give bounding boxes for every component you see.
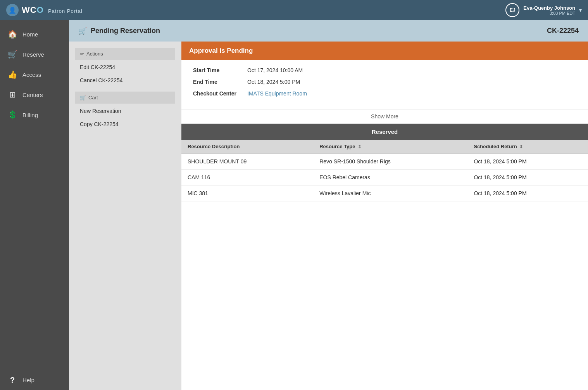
reservation-id: CK-22254: [547, 27, 579, 35]
col-header-resource-description: Resource Description: [181, 140, 313, 154]
start-time-value: Oct 17, 2024 10:00 AM: [247, 67, 303, 73]
page-header: 🛒 Pending Reservation CK-22254: [69, 20, 588, 42]
col-header-scheduled-return[interactable]: Scheduled Return ⇕: [467, 140, 588, 154]
cell-scheduled-return: Oct 18, 2024 5:00 PM: [467, 185, 588, 201]
pencil-icon: ✏: [80, 51, 84, 57]
user-icon: 👤: [6, 4, 19, 16]
cell-resource-description: SHOULDER MOUNT 09: [181, 154, 313, 170]
user-time: 3:03 PM EDT: [523, 11, 575, 16]
sidebar-label-access: Access: [22, 71, 41, 78]
reserved-section: Reserved Resource Description Resource T…: [181, 124, 588, 390]
thumbsup-icon: 👍: [8, 70, 17, 79]
end-time-value: Oct 18, 2024 5:00 PM: [247, 79, 300, 85]
sidebar-label-reserve: Reserve: [22, 51, 44, 58]
sidebar-item-reserve[interactable]: 🛒 Reserve: [0, 44, 69, 64]
cart-header: 🛒 Cart: [75, 92, 175, 104]
cell-resource-type: Wireless Lavalier Mic: [313, 185, 467, 201]
user-info: Eva-Quenby Johnson 3:03 PM EDT: [523, 5, 575, 16]
page-title-area: 🛒 Pending Reservation: [78, 27, 160, 35]
action-panel: ✏ Actions Edit CK-22254 Cancel CK-22254 …: [69, 42, 181, 390]
billing-icon: 💲: [8, 110, 17, 120]
sidebar-label-centers: Centers: [22, 92, 43, 98]
resource-type-label: Resource Type: [319, 144, 355, 149]
cart-section-icon: 🛒: [80, 95, 86, 101]
main-layout: 🏠 Home 🛒 Reserve 👍 Access ⊞ Centers 💲 Bi…: [0, 20, 588, 390]
scheduled-return-label: Scheduled Return: [474, 144, 517, 149]
approval-banner: Approval is Pending: [181, 42, 588, 60]
sidebar-label-billing: Billing: [22, 112, 38, 118]
main-content: Approval is Pending Start Time Oct 17, 2…: [181, 42, 588, 390]
sidebar-item-billing[interactable]: 💲 Billing: [0, 105, 69, 125]
sidebar-label-help: Help: [22, 377, 34, 383]
edit-action[interactable]: Edit CK-22254: [75, 61, 175, 74]
sidebar: 🏠 Home 🛒 Reserve 👍 Access ⊞ Centers 💲 Bi…: [0, 20, 69, 390]
dropdown-arrow-icon[interactable]: ▾: [579, 7, 582, 13]
user-area[interactable]: EJ Eva-Quenby Johnson 3:03 PM EDT ▾: [505, 3, 582, 17]
cart-icon: 🛒: [8, 50, 17, 59]
cart-page-icon: 🛒: [78, 27, 87, 35]
sidebar-item-centers[interactable]: ⊞ Centers: [0, 85, 69, 105]
cell-scheduled-return: Oct 18, 2024 5:00 PM: [467, 170, 588, 185]
cell-resource-type: EOS Rebel Cameras: [313, 170, 467, 185]
cell-scheduled-return: Oct 18, 2024 5:00 PM: [467, 154, 588, 170]
sidebar-item-access[interactable]: 👍 Access: [0, 64, 69, 85]
cell-resource-type: Revo SR-1500 Shoulder Rigs: [313, 154, 467, 170]
topbar: 👤 WCO Patron Portal EJ Eva-Quenby Johnso…: [0, 0, 588, 20]
sidebar-item-home[interactable]: 🏠 Home: [0, 24, 69, 44]
checkout-center-value[interactable]: IMATS Equipment Room: [247, 90, 307, 97]
show-more-button[interactable]: Show More: [181, 109, 588, 124]
col-header-resource-type[interactable]: Resource Type ⇕: [313, 140, 467, 154]
content-area: 🛒 Pending Reservation CK-22254 ✏ Actions…: [69, 20, 588, 390]
sort-icon-scheduled-return: ⇕: [519, 144, 523, 149]
checkout-center-row: Checkout Center IMATS Equipment Room: [193, 90, 576, 97]
resource-description-label: Resource Description: [188, 144, 240, 149]
end-time-row: End Time Oct 18, 2024 5:00 PM: [193, 79, 576, 85]
checkout-center-label: Checkout Center: [193, 90, 247, 97]
home-icon: 🏠: [8, 29, 17, 39]
sidebar-item-help[interactable]: ? Help: [0, 370, 69, 390]
start-time-label: Start Time: [193, 67, 247, 73]
page-title: Pending Reservation: [91, 27, 160, 35]
cell-resource-description: MIC 381: [181, 185, 313, 201]
table-header-row: Resource Description Resource Type ⇕ Sch…: [181, 140, 588, 154]
reservation-details: Start Time Oct 17, 2024 10:00 AM End Tim…: [181, 60, 588, 109]
cell-resource-description: CAM 116: [181, 170, 313, 185]
actions-label: Actions: [86, 51, 103, 57]
avatar: EJ: [505, 3, 519, 17]
logo-area: 👤 WCO Patron Portal: [6, 4, 83, 16]
reserved-header: Reserved: [181, 124, 588, 140]
inner-layout: ✏ Actions Edit CK-22254 Cancel CK-22254 …: [69, 42, 588, 390]
table-row: MIC 381 Wireless Lavalier Mic Oct 18, 20…: [181, 185, 588, 201]
grid-icon: ⊞: [8, 90, 17, 99]
portal-label: Patron Portal: [48, 8, 83, 14]
reserved-table-body: SHOULDER MOUNT 09 Revo SR-1500 Shoulder …: [181, 154, 588, 201]
sidebar-label-home: Home: [22, 31, 38, 38]
help-icon: ?: [8, 376, 17, 385]
reserved-table: Resource Description Resource Type ⇕ Sch…: [181, 140, 588, 201]
copy-action[interactable]: Copy CK-22254: [75, 118, 175, 131]
table-row: CAM 116 EOS Rebel Cameras Oct 18, 2024 5…: [181, 170, 588, 185]
table-row: SHOULDER MOUNT 09 Revo SR-1500 Shoulder …: [181, 154, 588, 170]
user-name: Eva-Quenby Johnson: [523, 5, 575, 11]
cancel-action[interactable]: Cancel CK-22254: [75, 74, 175, 87]
end-time-label: End Time: [193, 79, 247, 85]
start-time-row: Start Time Oct 17, 2024 10:00 AM: [193, 67, 576, 73]
new-reservation-action[interactable]: New Reservation: [75, 104, 175, 118]
cart-label: Cart: [88, 95, 98, 101]
logo-text: WCO Patron Portal: [22, 5, 83, 15]
sort-icon-resource-type: ⇕: [358, 144, 361, 149]
actions-header: ✏ Actions: [75, 48, 175, 60]
